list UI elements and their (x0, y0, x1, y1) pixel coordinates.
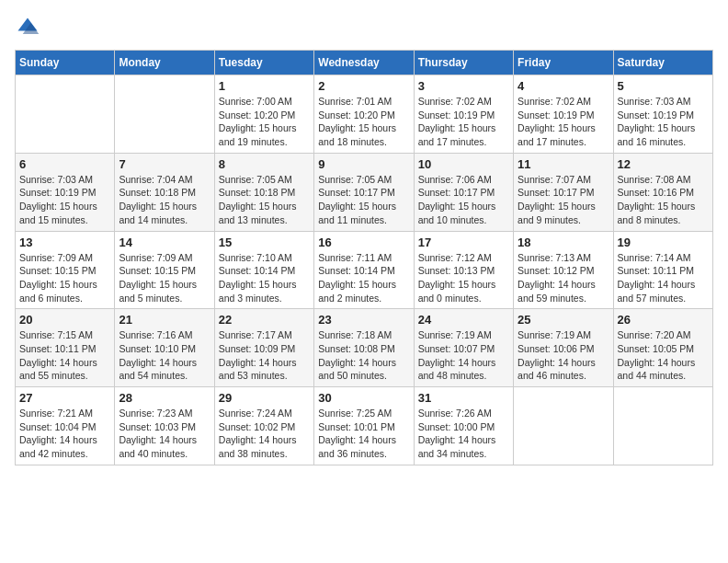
day-info: Sunrise: 7:07 AM Sunset: 10:17 PM Daylig… (518, 173, 609, 227)
logo-icon (15, 15, 40, 40)
calendar-cell: 30Sunrise: 7:25 AM Sunset: 10:01 PM Dayl… (314, 387, 414, 465)
day-info: Sunrise: 7:20 AM Sunset: 10:05 PM Daylig… (618, 328, 709, 383)
day-info: Sunrise: 7:19 AM Sunset: 10:07 PM Daylig… (418, 328, 509, 383)
day-info: Sunrise: 7:15 AM Sunset: 10:11 PM Daylig… (19, 328, 110, 383)
calendar-cell: 26Sunrise: 7:20 AM Sunset: 10:05 PM Dayl… (613, 309, 712, 387)
day-number: 13 (19, 236, 110, 249)
day-info: Sunrise: 7:25 AM Sunset: 10:01 PM Daylig… (318, 407, 409, 461)
calendar-cell: 21Sunrise: 7:16 AM Sunset: 10:10 PM Dayl… (115, 309, 214, 387)
day-of-week-header: Monday (115, 51, 214, 75)
day-number: 29 (219, 391, 310, 405)
calendar-cell: 31Sunrise: 7:26 AM Sunset: 10:00 PM Dayl… (414, 387, 513, 465)
calendar-cell: 28Sunrise: 7:23 AM Sunset: 10:03 PM Dayl… (115, 387, 214, 465)
calendar-cell: 16Sunrise: 7:11 AM Sunset: 10:14 PM Dayl… (314, 231, 414, 309)
calendar-cell: 3Sunrise: 7:02 AM Sunset: 10:19 PM Dayli… (414, 75, 513, 154)
day-info: Sunrise: 7:08 AM Sunset: 10:16 PM Daylig… (618, 173, 709, 227)
day-number: 1 (219, 79, 310, 93)
calendar-cell: 29Sunrise: 7:24 AM Sunset: 10:02 PM Dayl… (214, 387, 313, 465)
day-info: Sunrise: 7:21 AM Sunset: 10:04 PM Daylig… (19, 407, 110, 461)
calendar-cell: 20Sunrise: 7:15 AM Sunset: 10:11 PM Dayl… (16, 309, 115, 387)
day-number: 22 (219, 313, 310, 327)
day-number: 23 (318, 313, 409, 327)
day-info: Sunrise: 7:14 AM Sunset: 10:11 PM Daylig… (618, 251, 709, 305)
calendar-cell: 15Sunrise: 7:10 AM Sunset: 10:14 PM Dayl… (214, 231, 313, 309)
calendar-cell: 13Sunrise: 7:09 AM Sunset: 10:15 PM Dayl… (16, 231, 115, 309)
calendar-cell: 19Sunrise: 7:14 AM Sunset: 10:11 PM Dayl… (613, 231, 712, 309)
calendar-cell: 25Sunrise: 7:19 AM Sunset: 10:06 PM Dayl… (514, 309, 613, 387)
day-info: Sunrise: 7:01 AM Sunset: 10:20 PM Daylig… (318, 95, 409, 149)
day-info: Sunrise: 7:26 AM Sunset: 10:00 PM Daylig… (418, 407, 509, 461)
day-info: Sunrise: 7:05 AM Sunset: 10:18 PM Daylig… (219, 173, 310, 227)
day-number: 30 (318, 391, 409, 405)
calendar-cell: 10Sunrise: 7:06 AM Sunset: 10:17 PM Dayl… (414, 153, 513, 231)
calendar-cell: 17Sunrise: 7:12 AM Sunset: 10:13 PM Dayl… (414, 231, 513, 309)
calendar-cell (613, 387, 712, 465)
day-info: Sunrise: 7:09 AM Sunset: 10:15 PM Daylig… (19, 251, 110, 305)
day-number: 14 (119, 236, 210, 249)
calendar-cell: 23Sunrise: 7:18 AM Sunset: 10:08 PM Dayl… (314, 309, 414, 387)
day-number: 20 (19, 313, 110, 327)
calendar-cell: 5Sunrise: 7:03 AM Sunset: 10:19 PM Dayli… (613, 75, 712, 154)
day-info: Sunrise: 7:12 AM Sunset: 10:13 PM Daylig… (418, 251, 509, 305)
day-number: 15 (219, 236, 310, 249)
day-number: 5 (618, 79, 709, 93)
day-number: 27 (19, 391, 110, 405)
day-number: 4 (518, 79, 609, 93)
day-number: 18 (518, 236, 609, 249)
day-number: 28 (119, 391, 210, 405)
calendar-cell: 14Sunrise: 7:09 AM Sunset: 10:15 PM Dayl… (115, 231, 214, 309)
day-info: Sunrise: 7:18 AM Sunset: 10:08 PM Daylig… (318, 328, 409, 383)
calendar-week-row: 20Sunrise: 7:15 AM Sunset: 10:11 PM Dayl… (16, 309, 713, 387)
calendar-cell: 22Sunrise: 7:17 AM Sunset: 10:09 PM Dayl… (214, 309, 313, 387)
day-number: 26 (618, 313, 709, 327)
day-info: Sunrise: 7:11 AM Sunset: 10:14 PM Daylig… (318, 251, 409, 305)
page-header (15, 15, 713, 40)
day-info: Sunrise: 7:24 AM Sunset: 10:02 PM Daylig… (219, 407, 310, 461)
day-number: 3 (418, 79, 509, 93)
day-info: Sunrise: 7:13 AM Sunset: 10:12 PM Daylig… (518, 251, 609, 305)
calendar-cell: 27Sunrise: 7:21 AM Sunset: 10:04 PM Dayl… (16, 387, 115, 465)
day-info: Sunrise: 7:05 AM Sunset: 10:17 PM Daylig… (318, 173, 409, 227)
day-info: Sunrise: 7:02 AM Sunset: 10:19 PM Daylig… (418, 95, 509, 149)
day-number: 11 (518, 157, 609, 171)
day-of-week-header: Wednesday (314, 51, 414, 75)
day-number: 8 (219, 157, 310, 171)
calendar-cell: 2Sunrise: 7:01 AM Sunset: 10:20 PM Dayli… (314, 75, 414, 154)
day-info: Sunrise: 7:10 AM Sunset: 10:14 PM Daylig… (219, 251, 310, 305)
calendar-week-row: 6Sunrise: 7:03 AM Sunset: 10:19 PM Dayli… (16, 153, 713, 231)
day-number: 6 (19, 157, 110, 171)
day-info: Sunrise: 7:04 AM Sunset: 10:18 PM Daylig… (119, 173, 210, 227)
calendar-cell: 9Sunrise: 7:05 AM Sunset: 10:17 PM Dayli… (314, 153, 414, 231)
calendar-week-row: 27Sunrise: 7:21 AM Sunset: 10:04 PM Dayl… (16, 387, 713, 465)
calendar-cell: 24Sunrise: 7:19 AM Sunset: 10:07 PM Dayl… (414, 309, 513, 387)
day-of-week-header: Sunday (16, 51, 115, 75)
day-info: Sunrise: 7:02 AM Sunset: 10:19 PM Daylig… (518, 95, 609, 149)
day-of-week-header: Saturday (613, 51, 712, 75)
day-info: Sunrise: 7:19 AM Sunset: 10:06 PM Daylig… (518, 328, 609, 383)
day-info: Sunrise: 7:17 AM Sunset: 10:09 PM Daylig… (219, 328, 310, 383)
logo (15, 15, 44, 40)
day-info: Sunrise: 7:00 AM Sunset: 10:20 PM Daylig… (219, 95, 310, 149)
day-of-week-header: Thursday (414, 51, 513, 75)
day-of-week-header: Tuesday (214, 51, 313, 75)
day-number: 17 (418, 236, 509, 249)
day-number: 25 (518, 313, 609, 327)
day-number: 7 (119, 157, 210, 171)
calendar-cell: 12Sunrise: 7:08 AM Sunset: 10:16 PM Dayl… (613, 153, 712, 231)
day-info: Sunrise: 7:23 AM Sunset: 10:03 PM Daylig… (119, 407, 210, 461)
calendar-table: SundayMondayTuesdayWednesdayThursdayFrid… (15, 50, 713, 465)
calendar-cell: 4Sunrise: 7:02 AM Sunset: 10:19 PM Dayli… (514, 75, 613, 154)
day-of-week-header: Friday (514, 51, 613, 75)
calendar-week-row: 1Sunrise: 7:00 AM Sunset: 10:20 PM Dayli… (16, 75, 713, 154)
day-number: 19 (618, 236, 709, 249)
day-number: 12 (618, 157, 709, 171)
day-info: Sunrise: 7:16 AM Sunset: 10:10 PM Daylig… (119, 328, 210, 383)
calendar-cell: 8Sunrise: 7:05 AM Sunset: 10:18 PM Dayli… (214, 153, 313, 231)
calendar-cell: 6Sunrise: 7:03 AM Sunset: 10:19 PM Dayli… (16, 153, 115, 231)
calendar-cell: 11Sunrise: 7:07 AM Sunset: 10:17 PM Dayl… (514, 153, 613, 231)
calendar-cell (115, 75, 214, 154)
day-number: 9 (318, 157, 409, 171)
calendar-cell (16, 75, 115, 154)
calendar-cell: 1Sunrise: 7:00 AM Sunset: 10:20 PM Dayli… (214, 75, 313, 154)
day-number: 16 (318, 236, 409, 249)
